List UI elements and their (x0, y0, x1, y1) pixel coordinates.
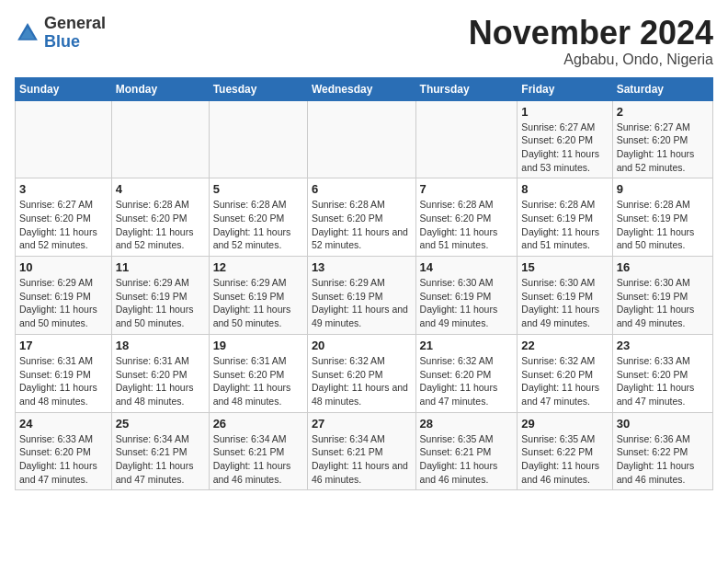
calendar-cell: 7Sunrise: 6:28 AM Sunset: 6:20 PM Daylig… (415, 178, 518, 257)
day-number: 20 (312, 339, 412, 352)
day-info: Sunrise: 6:34 AM Sunset: 6:21 PM Dayligh… (213, 432, 303, 487)
calendar-week-2: 3Sunrise: 6:27 AM Sunset: 6:20 PM Daylig… (16, 178, 713, 257)
day-info: Sunrise: 6:27 AM Sunset: 6:20 PM Dayligh… (521, 121, 608, 175)
calendar-cell: 10Sunrise: 6:29 AM Sunset: 6:19 PM Dayli… (16, 257, 112, 335)
location: Agbabu, Ondo, Nigeria (469, 52, 713, 68)
day-number: 26 (213, 417, 303, 431)
day-number: 3 (19, 182, 108, 196)
day-header-monday: Monday (111, 77, 209, 100)
day-info: Sunrise: 6:31 AM Sunset: 6:20 PM Dayligh… (116, 354, 205, 408)
calendar-cell: 17Sunrise: 6:31 AM Sunset: 6:19 PM Dayli… (16, 334, 112, 412)
calendar-cell: 23Sunrise: 6:33 AM Sunset: 6:20 PM Dayli… (612, 334, 712, 412)
day-number: 1 (521, 105, 608, 119)
calendar-cell: 6Sunrise: 6:28 AM Sunset: 6:20 PM Daylig… (307, 178, 415, 257)
day-header-saturday: Saturday (612, 77, 712, 100)
logo-text: General Blue (44, 15, 106, 52)
calendar-cell: 27Sunrise: 6:34 AM Sunset: 6:21 PM Dayli… (307, 412, 415, 490)
day-number: 16 (617, 260, 709, 274)
calendar-table: SundayMondayTuesdayWednesdayThursdayFrid… (15, 77, 713, 491)
day-header-wednesday: Wednesday (307, 77, 415, 100)
calendar-cell: 1Sunrise: 6:27 AM Sunset: 6:20 PM Daylig… (518, 100, 612, 178)
calendar-header-row: SundayMondayTuesdayWednesdayThursdayFrid… (16, 77, 713, 100)
calendar-cell: 8Sunrise: 6:28 AM Sunset: 6:19 PM Daylig… (518, 178, 612, 257)
day-info: Sunrise: 6:29 AM Sunset: 6:19 PM Dayligh… (19, 276, 108, 330)
day-number: 7 (420, 182, 514, 196)
day-info: Sunrise: 6:29 AM Sunset: 6:19 PM Dayligh… (116, 276, 205, 330)
day-info: Sunrise: 6:31 AM Sunset: 6:19 PM Dayligh… (19, 354, 108, 408)
calendar-cell: 16Sunrise: 6:30 AM Sunset: 6:19 PM Dayli… (612, 257, 712, 335)
day-info: Sunrise: 6:29 AM Sunset: 6:19 PM Dayligh… (312, 276, 412, 330)
calendar-cell: 11Sunrise: 6:29 AM Sunset: 6:19 PM Dayli… (111, 257, 209, 335)
day-number: 28 (420, 417, 514, 431)
calendar-cell: 12Sunrise: 6:29 AM Sunset: 6:19 PM Dayli… (209, 257, 307, 335)
day-info: Sunrise: 6:33 AM Sunset: 6:20 PM Dayligh… (617, 354, 709, 408)
day-number: 22 (521, 339, 608, 352)
calendar-cell: 4Sunrise: 6:28 AM Sunset: 6:20 PM Daylig… (111, 178, 209, 257)
calendar-cell (16, 100, 112, 178)
day-header-thursday: Thursday (415, 77, 518, 100)
day-number: 5 (213, 182, 303, 196)
day-number: 24 (19, 417, 108, 431)
logo-blue: Blue (44, 33, 106, 52)
day-number: 17 (19, 339, 108, 352)
calendar-cell: 15Sunrise: 6:30 AM Sunset: 6:19 PM Dayli… (518, 257, 612, 335)
day-info: Sunrise: 6:28 AM Sunset: 6:20 PM Dayligh… (213, 198, 303, 252)
calendar-cell: 29Sunrise: 6:35 AM Sunset: 6:22 PM Dayli… (518, 412, 612, 490)
day-number: 25 (116, 417, 205, 431)
day-number: 15 (521, 260, 608, 274)
day-info: Sunrise: 6:35 AM Sunset: 6:21 PM Dayligh… (420, 432, 514, 487)
calendar-cell: 25Sunrise: 6:34 AM Sunset: 6:21 PM Dayli… (111, 412, 209, 490)
calendar-cell: 19Sunrise: 6:31 AM Sunset: 6:20 PM Dayli… (209, 334, 307, 412)
day-info: Sunrise: 6:27 AM Sunset: 6:20 PM Dayligh… (617, 121, 709, 175)
day-info: Sunrise: 6:28 AM Sunset: 6:19 PM Dayligh… (521, 198, 608, 252)
calendar-week-4: 17Sunrise: 6:31 AM Sunset: 6:19 PM Dayli… (16, 334, 713, 412)
calendar-cell: 3Sunrise: 6:27 AM Sunset: 6:20 PM Daylig… (16, 178, 112, 257)
calendar-cell: 2Sunrise: 6:27 AM Sunset: 6:20 PM Daylig… (612, 100, 712, 178)
day-number: 18 (116, 339, 205, 352)
day-info: Sunrise: 6:28 AM Sunset: 6:20 PM Dayligh… (420, 198, 514, 252)
day-number: 14 (420, 260, 514, 274)
page-header: General Blue November 2024 Agbabu, Ondo,… (15, 15, 713, 68)
calendar-cell: 26Sunrise: 6:34 AM Sunset: 6:21 PM Dayli… (209, 412, 307, 490)
day-info: Sunrise: 6:31 AM Sunset: 6:20 PM Dayligh… (213, 354, 303, 408)
day-info: Sunrise: 6:34 AM Sunset: 6:21 PM Dayligh… (312, 432, 412, 487)
day-number: 13 (312, 260, 412, 274)
calendar-cell (209, 100, 307, 178)
day-info: Sunrise: 6:30 AM Sunset: 6:19 PM Dayligh… (420, 276, 514, 330)
day-number: 11 (116, 260, 205, 274)
day-info: Sunrise: 6:36 AM Sunset: 6:22 PM Dayligh… (617, 432, 709, 487)
calendar-week-3: 10Sunrise: 6:29 AM Sunset: 6:19 PM Dayli… (16, 257, 713, 335)
day-info: Sunrise: 6:32 AM Sunset: 6:20 PM Dayligh… (420, 354, 514, 408)
day-info: Sunrise: 6:28 AM Sunset: 6:20 PM Dayligh… (312, 198, 412, 252)
calendar-cell: 14Sunrise: 6:30 AM Sunset: 6:19 PM Dayli… (415, 257, 518, 335)
day-info: Sunrise: 6:28 AM Sunset: 6:20 PM Dayligh… (116, 198, 205, 252)
day-header-friday: Friday (518, 77, 612, 100)
day-info: Sunrise: 6:34 AM Sunset: 6:21 PM Dayligh… (116, 432, 205, 487)
day-number: 6 (312, 182, 412, 196)
logo: General Blue (15, 15, 106, 52)
calendar-cell (111, 100, 209, 178)
day-info: Sunrise: 6:27 AM Sunset: 6:20 PM Dayligh… (19, 198, 108, 252)
day-info: Sunrise: 6:29 AM Sunset: 6:19 PM Dayligh… (213, 276, 303, 330)
logo-icon (15, 20, 40, 46)
calendar-week-5: 24Sunrise: 6:33 AM Sunset: 6:20 PM Dayli… (16, 412, 713, 490)
month-title: November 2024 (469, 15, 713, 52)
day-header-tuesday: Tuesday (209, 77, 307, 100)
calendar-cell: 20Sunrise: 6:32 AM Sunset: 6:20 PM Dayli… (307, 334, 415, 412)
day-header-sunday: Sunday (16, 77, 112, 100)
day-info: Sunrise: 6:28 AM Sunset: 6:19 PM Dayligh… (617, 198, 709, 252)
day-number: 4 (116, 182, 205, 196)
title-block: November 2024 Agbabu, Ondo, Nigeria (469, 15, 713, 68)
calendar-week-1: 1Sunrise: 6:27 AM Sunset: 6:20 PM Daylig… (16, 100, 713, 178)
calendar-cell: 22Sunrise: 6:32 AM Sunset: 6:20 PM Dayli… (518, 334, 612, 412)
calendar-cell (307, 100, 415, 178)
calendar-cell: 13Sunrise: 6:29 AM Sunset: 6:19 PM Dayli… (307, 257, 415, 335)
day-number: 23 (617, 339, 709, 352)
day-number: 10 (19, 260, 108, 274)
day-info: Sunrise: 6:33 AM Sunset: 6:20 PM Dayligh… (19, 432, 108, 487)
day-number: 12 (213, 260, 303, 274)
calendar-body: 1Sunrise: 6:27 AM Sunset: 6:20 PM Daylig… (16, 100, 713, 490)
calendar-cell: 5Sunrise: 6:28 AM Sunset: 6:20 PM Daylig… (209, 178, 307, 257)
day-number: 29 (521, 417, 608, 431)
calendar-cell: 18Sunrise: 6:31 AM Sunset: 6:20 PM Dayli… (111, 334, 209, 412)
